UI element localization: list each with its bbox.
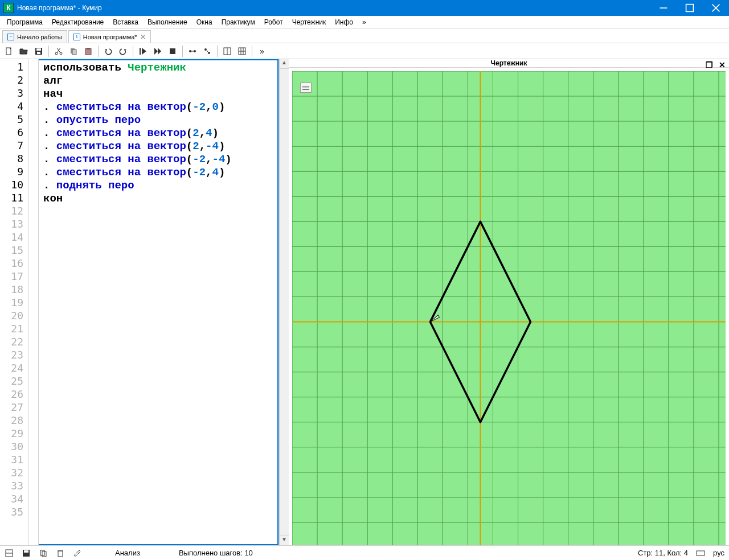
line-number: 7 bbox=[0, 139, 28, 152]
line-number: 2 bbox=[0, 73, 28, 87]
line-number: 30 bbox=[0, 440, 28, 453]
new-file-button[interactable] bbox=[2, 45, 16, 57]
tab-label: Новая программа* bbox=[83, 34, 137, 40]
document-tab[interactable]: 1Новая программа*✕ bbox=[68, 30, 151, 43]
undo-button[interactable] bbox=[101, 45, 115, 57]
tab-close-icon[interactable]: ✕ bbox=[140, 33, 146, 41]
main-area: 1234567891011121314151617181920212223242… bbox=[0, 59, 729, 545]
svg-rect-77 bbox=[58, 551, 63, 557]
open-file-button[interactable] bbox=[17, 45, 31, 57]
menu-item[interactable]: Окна bbox=[192, 17, 217, 27]
svg-point-22 bbox=[208, 52, 210, 54]
status-copy-icon[interactable] bbox=[39, 549, 48, 558]
line-number: 17 bbox=[0, 270, 28, 283]
menu-item[interactable]: Редактирование bbox=[47, 17, 108, 27]
svg-rect-79 bbox=[697, 551, 705, 555]
scroll-up-icon[interactable]: ▲ bbox=[280, 59, 289, 69]
toggle-a-button[interactable] bbox=[186, 45, 199, 57]
draw-panel-header: Чертежник ❐ ✕ bbox=[289, 59, 729, 68]
line-number: 31 bbox=[0, 453, 28, 466]
window-title: Новая программа* - Кумир bbox=[17, 4, 650, 12]
line-number: 23 bbox=[0, 348, 28, 361]
line-number: 19 bbox=[0, 296, 28, 309]
line-number: 22 bbox=[0, 335, 28, 348]
tab-icon: 1 bbox=[73, 34, 80, 40]
menu-item[interactable]: Инфо bbox=[330, 17, 358, 27]
status-position: Стр: 11, Кол: 4 bbox=[638, 549, 688, 557]
status-edit-icon[interactable] bbox=[73, 549, 82, 558]
menu-item[interactable]: Практикум bbox=[217, 17, 260, 27]
line-number: 33 bbox=[0, 479, 28, 492]
svg-rect-17 bbox=[170, 48, 175, 54]
status-steps: Выполнено шагов: 10 bbox=[179, 549, 253, 557]
svg-rect-15 bbox=[87, 48, 90, 50]
editor-margin bbox=[28, 59, 39, 545]
menu-item[interactable]: Программа bbox=[2, 17, 47, 27]
menu-item[interactable]: Робот bbox=[260, 17, 288, 27]
panel-2-button[interactable] bbox=[235, 45, 249, 57]
menubar: ПрограммаРедактированиеВставкаВыполнение… bbox=[0, 16, 729, 28]
close-button[interactable] bbox=[703, 0, 729, 16]
drawing-canvas[interactable] bbox=[292, 71, 726, 545]
copy-button[interactable] bbox=[67, 45, 80, 57]
svg-rect-16 bbox=[140, 48, 141, 55]
status-icon-1[interactable] bbox=[5, 549, 14, 558]
scroll-down-icon[interactable]: ▼ bbox=[280, 536, 289, 545]
close-panel-icon[interactable]: ✕ bbox=[719, 60, 726, 69]
document-tab[interactable]: ~Начало работы bbox=[2, 30, 67, 43]
menu-item[interactable]: Чертежник bbox=[288, 17, 331, 27]
cut-button[interactable] bbox=[52, 45, 65, 57]
svg-rect-7 bbox=[37, 52, 40, 54]
redo-button[interactable] bbox=[116, 45, 130, 57]
menu-item[interactable]: Выполнение bbox=[143, 17, 192, 27]
document-tabs: ~Начало работы1Новая программа*✕ bbox=[0, 28, 729, 43]
line-number: 16 bbox=[0, 257, 28, 270]
toggle-b-button[interactable] bbox=[200, 45, 214, 57]
draw-panel-title: Чертежник bbox=[491, 59, 527, 67]
line-number: 34 bbox=[0, 492, 28, 505]
line-number: 20 bbox=[0, 309, 28, 322]
line-number: 6 bbox=[0, 126, 28, 139]
stop-button[interactable] bbox=[166, 45, 179, 57]
maximize-button[interactable] bbox=[677, 0, 703, 16]
line-number: 21 bbox=[0, 322, 28, 335]
line-number: 27 bbox=[0, 401, 28, 414]
undock-icon[interactable]: ❐ bbox=[706, 60, 713, 69]
line-number: 29 bbox=[0, 427, 28, 440]
menu-item[interactable]: Вставка bbox=[108, 17, 143, 27]
paste-button[interactable] bbox=[81, 45, 95, 57]
editor-scrollbar[interactable]: ▲ ▼ bbox=[279, 59, 289, 545]
step-button[interactable] bbox=[151, 45, 165, 57]
line-number: 14 bbox=[0, 230, 28, 244]
panel-1-button[interactable] bbox=[220, 45, 234, 57]
line-number: 11 bbox=[0, 191, 28, 204]
canvas-menu-icon[interactable] bbox=[300, 83, 312, 93]
status-lang: рус bbox=[713, 549, 724, 557]
menu-item[interactable]: » bbox=[358, 17, 371, 27]
line-number: 10 bbox=[0, 178, 28, 191]
more-button[interactable]: » bbox=[255, 45, 269, 57]
line-number: 1 bbox=[0, 60, 28, 73]
keyboard-icon[interactable] bbox=[696, 549, 705, 558]
save-button[interactable] bbox=[32, 45, 46, 57]
line-number: 24 bbox=[0, 361, 28, 374]
run-button[interactable] bbox=[136, 45, 150, 57]
svg-point-21 bbox=[204, 48, 207, 51]
svg-rect-13 bbox=[72, 50, 76, 55]
status-delete-icon[interactable] bbox=[56, 549, 65, 558]
svg-rect-1 bbox=[686, 5, 694, 12]
line-number: 13 bbox=[0, 217, 28, 230]
status-save-icon[interactable] bbox=[22, 549, 31, 558]
minimize-button[interactable] bbox=[650, 0, 677, 16]
line-number: 3 bbox=[0, 87, 28, 100]
scroll-track[interactable] bbox=[280, 69, 289, 536]
line-number: 18 bbox=[0, 283, 28, 296]
tab-icon: ~ bbox=[7, 34, 14, 40]
line-number: 35 bbox=[0, 505, 28, 518]
tab-label: Начало работы bbox=[17, 34, 62, 40]
svg-rect-74 bbox=[24, 550, 28, 553]
code-editor[interactable]: использовать Чертежник алг нач . сместит… bbox=[39, 59, 279, 545]
draw-pane: Чертежник ❐ ✕ bbox=[289, 59, 729, 545]
line-number: 25 bbox=[0, 374, 28, 388]
toolbar: » bbox=[0, 43, 729, 59]
